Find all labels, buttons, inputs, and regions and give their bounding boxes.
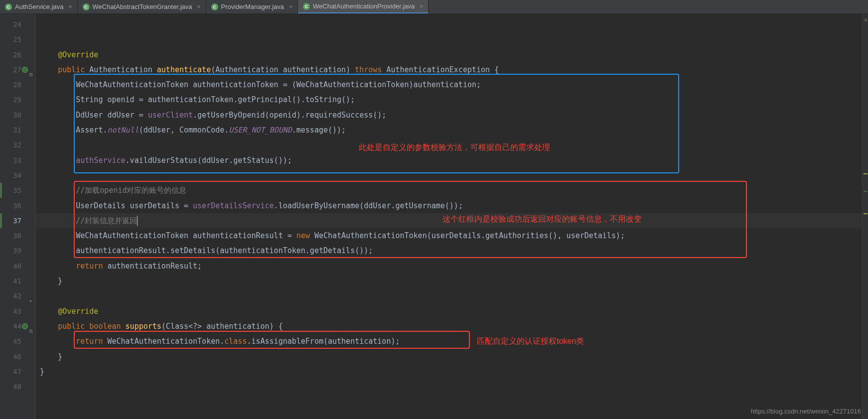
code-line[interactable]: @Override <box>36 304 868 319</box>
code-line[interactable]: //加载openid对应的账号的信息 <box>36 183 868 198</box>
tab-label: ProviderManager.java <box>221 3 284 10</box>
close-icon[interactable]: × <box>197 3 201 10</box>
line-number: 42 ▸ <box>0 288 35 303</box>
expand-icon[interactable]: ▸ <box>27 293 32 298</box>
line-number: 30 <box>0 108 35 123</box>
watermark: https://blog.csdn.net/weixin_42271016 <box>751 408 861 415</box>
editor-tabs: C AuthService.java × C WeChatAbstractTok… <box>0 0 868 14</box>
change-mark <box>0 183 2 198</box>
line-number: 24 <box>0 17 35 32</box>
line-number: 35 <box>0 183 35 198</box>
line-number: 46 <box>0 349 35 364</box>
code-line[interactable]: } <box>36 349 868 364</box>
warning-icon[interactable]: ⚠ <box>864 16 868 23</box>
code-line[interactable] <box>36 379 868 394</box>
tab-label: WeChatAbstractTokenGranter.java <box>93 3 192 10</box>
line-number: 29 <box>0 92 35 107</box>
class-icon: C <box>83 3 90 10</box>
line-number: 33 <box>0 153 35 168</box>
line-number: 25 <box>0 32 35 47</box>
code-line[interactable]: public boolean supports(Class<?> authent… <box>36 319 868 334</box>
line-number: 45 <box>0 334 35 349</box>
code-line[interactable]: } <box>36 364 868 379</box>
code-line[interactable]: authenticationResult.setDetails(authenti… <box>36 243 868 258</box>
line-number: 36 <box>0 198 35 213</box>
tab-wechatabstracttokengranter[interactable]: C WeChatAbstractTokenGranter.java × <box>78 0 206 13</box>
fold-icon[interactable]: ⊟ <box>27 324 32 329</box>
line-number: 39 <box>0 243 35 258</box>
text-cursor <box>137 216 138 226</box>
code-line[interactable]: UserDetails userDetails = userDetailsSer… <box>36 198 868 213</box>
line-number: 38 <box>0 228 35 243</box>
line-number: 48 <box>0 379 35 394</box>
marker[interactable] <box>864 191 868 192</box>
close-icon[interactable]: × <box>69 3 72 10</box>
code-line[interactable]: WeChatAuthenticationToken authentication… <box>36 77 868 92</box>
line-number: 31 <box>0 123 35 138</box>
close-icon[interactable]: × <box>420 3 423 10</box>
class-icon: C <box>5 3 12 10</box>
code-line[interactable] <box>36 32 868 47</box>
code-line[interactable] <box>36 138 868 152</box>
line-number: 43 <box>0 304 35 319</box>
class-icon: C <box>211 3 218 10</box>
tab-providermanager[interactable]: C ProviderManager.java × <box>206 0 298 13</box>
code-line[interactable]: @Override <box>36 47 868 62</box>
tab-label: WeChatAuthenticationProvider.java <box>313 2 415 10</box>
line-number: 40 <box>0 259 35 274</box>
line-number: 47 <box>0 364 35 379</box>
tab-authservice[interactable]: C AuthService.java × <box>0 0 78 13</box>
line-number: 41 <box>0 274 35 288</box>
code-editor[interactable]: @Override public Authentication authenti… <box>36 14 868 419</box>
code-line[interactable]: authService.vaildUserStatus(ddUser.getSt… <box>36 153 868 168</box>
editor-area: 24 25 26 27 ⊟ 28 29 30 31 32 33 34 35 36… <box>0 14 868 419</box>
line-gutter: 24 25 26 27 ⊟ 28 29 30 31 32 33 34 35 36… <box>0 14 36 419</box>
line-number: 37 <box>0 213 35 228</box>
close-icon[interactable]: × <box>289 3 292 10</box>
line-number: 44 ⊟ <box>0 319 35 334</box>
code-line[interactable] <box>36 17 868 32</box>
line-number: 34 <box>0 168 35 183</box>
code-line[interactable]: Assert.notNull(ddUser, CommonCode.USER_N… <box>36 123 868 138</box>
marker[interactable] <box>864 213 868 214</box>
code-line[interactable]: String openid = authenticationToken.getP… <box>36 92 868 107</box>
line-number: 26 <box>0 47 35 62</box>
change-mark <box>0 213 2 228</box>
tab-wechatauthenticationprovider[interactable]: C WeChatAuthenticationProvider.java × <box>298 0 429 13</box>
code-line[interactable]: WeChatAuthenticationToken authentication… <box>36 228 868 243</box>
code-line[interactable]: return authenticationResult; <box>36 259 868 274</box>
code-line[interactable]: } <box>36 274 868 288</box>
code-line[interactable] <box>36 168 868 183</box>
code-line[interactable] <box>36 288 868 303</box>
marker[interactable] <box>864 173 868 174</box>
marker-strip[interactable]: ⚠ <box>862 14 868 419</box>
code-line[interactable]: public Authentication authenticate(Authe… <box>36 62 868 77</box>
class-icon: C <box>303 3 310 10</box>
line-number: 32 <box>0 138 35 152</box>
line-number: 28 <box>0 77 35 92</box>
code-line[interactable]: DdUser ddUser = userClient.getUserByOpen… <box>36 108 868 123</box>
fold-icon[interactable]: ⊟ <box>27 67 32 72</box>
tab-label: AuthService.java <box>15 3 64 10</box>
code-line[interactable]: //封装信息并返回 <box>36 213 868 228</box>
line-number: 27 ⊟ <box>0 62 35 77</box>
code-line[interactable]: return WeChatAuthenticationToken.class.i… <box>36 334 868 349</box>
